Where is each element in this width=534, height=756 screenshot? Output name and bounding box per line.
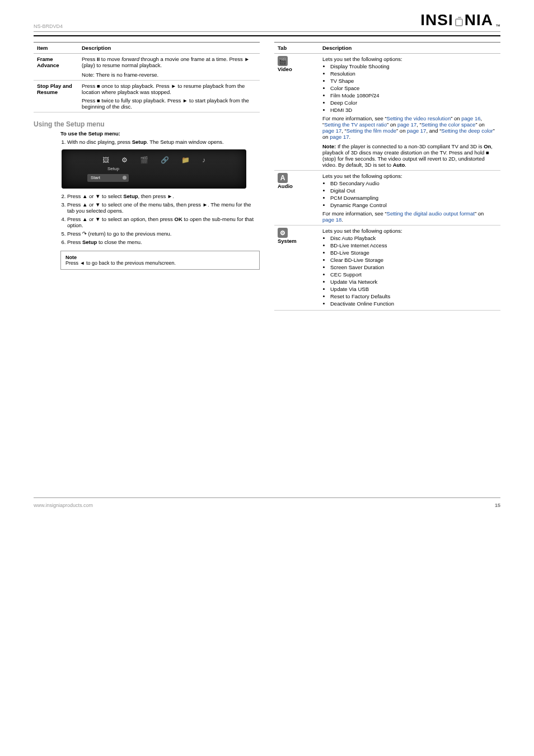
list-item: Deactivate Online Function bbox=[330, 300, 497, 307]
cell-desc: Press II to move forward through a movie… bbox=[78, 54, 260, 81]
frame-advance-note: Note: There is no frame-reverse. bbox=[82, 72, 256, 78]
note-box: Note Press to go back to the previous me… bbox=[60, 251, 260, 270]
list-item: TV Shape bbox=[330, 78, 497, 84]
list-item: Dynamic Range Control bbox=[330, 202, 497, 208]
table-row-stop-resume: Stop Play and Resume Press once to stop … bbox=[34, 81, 260, 112]
list-item: Screen Saver Duration bbox=[330, 264, 497, 270]
section-heading-setup: Using the Setup menu bbox=[34, 120, 260, 128]
table-row-frame-advance: Frame Advance Press II to move forward t… bbox=[34, 54, 260, 81]
table-row-audio: Audio Lets you set the following options… bbox=[274, 171, 500, 226]
list-item: Display Trouble Shooting bbox=[330, 63, 497, 69]
page-footer: www.insigniaproducts.com 15 bbox=[34, 497, 500, 508]
return-icon: ↶ bbox=[82, 231, 87, 237]
osd-icon-row: 🖼 ⚙︎ 🎬 🔗 📁 ♪ bbox=[62, 156, 246, 164]
audio-tab-icon bbox=[278, 173, 288, 183]
tab-cell-video: Video bbox=[274, 54, 319, 171]
system-options-list: Disc Auto Playback BD-Live Internet Acce… bbox=[330, 235, 497, 307]
right-arrow-icon bbox=[167, 193, 172, 199]
list-item: HDMI 3D bbox=[330, 107, 497, 113]
osd-note-icon: ♪ bbox=[202, 156, 205, 164]
setup-steps-cont: Press or to select Setup, then press . P… bbox=[67, 193, 260, 245]
step-6: Press Setup to close the menu. bbox=[67, 239, 260, 245]
list-item: Digital Out bbox=[330, 187, 497, 194]
osd-folder-icon: 📁 bbox=[181, 156, 190, 164]
brand-nia: NIA bbox=[465, 11, 493, 29]
osd-thumb-icon: 🖼 bbox=[102, 156, 109, 164]
list-item: Reset to Factory Defaults bbox=[330, 293, 497, 299]
list-item: BD Secondary Audio bbox=[330, 180, 497, 186]
list-item: Deep Color bbox=[330, 100, 497, 106]
osd-start-dot-icon bbox=[123, 176, 127, 180]
list-item: PCM Downsampling bbox=[330, 195, 497, 201]
list-item: CEC Support bbox=[330, 271, 497, 278]
up-arrow-icon bbox=[82, 216, 87, 222]
osd-start-button: Start bbox=[87, 174, 129, 182]
system-tab-icon bbox=[278, 228, 288, 238]
table-header-row: Tab Description bbox=[274, 43, 500, 54]
tab-cell-audio: Audio bbox=[274, 171, 319, 226]
step-4: Press or to select an option, then press… bbox=[67, 216, 260, 228]
product-code: NS-BRDVD4 bbox=[34, 24, 420, 29]
audio-options-list: BD Secondary Audio Digital Out PCM Downs… bbox=[330, 180, 497, 208]
osd-movie-icon: 🎬 bbox=[140, 156, 148, 164]
cell-item: Frame Advance bbox=[34, 54, 78, 81]
stop-icon bbox=[486, 149, 489, 156]
osd-setup-icon: ⚙︎ bbox=[121, 156, 128, 164]
list-item: Resolution bbox=[330, 71, 497, 77]
brand-insi: INSI bbox=[420, 11, 453, 29]
brand-mark-icon bbox=[455, 18, 463, 26]
table-row-system: System Lets you set the following option… bbox=[274, 226, 500, 311]
list-item: Color Space bbox=[330, 85, 497, 91]
desc-cell-system: Lets you set the following options: Disc… bbox=[319, 226, 500, 311]
left-column: Item Description Frame Advance Press II … bbox=[34, 42, 260, 318]
osd-screenshot: 🖼 ⚙︎ 🎬 🔗 📁 ♪ Setup Start bbox=[62, 149, 246, 189]
list-item: Update Via USB bbox=[330, 286, 497, 292]
table-row-video: Video Lets you set the following options… bbox=[274, 54, 500, 171]
right-column: Tab Description Video Lets you set the f… bbox=[274, 42, 500, 318]
page-number: 15 bbox=[495, 503, 500, 508]
cell-desc: Press once to stop playback. Press ► to … bbox=[78, 81, 260, 112]
header-rule bbox=[34, 35, 500, 36]
osd-setup-label: Setup bbox=[107, 166, 119, 171]
tab-cell-system: System bbox=[274, 226, 319, 311]
th-tab: Tab bbox=[274, 43, 319, 54]
tabs-table: Tab Description Video Lets you set the f… bbox=[274, 42, 500, 311]
up-arrow-icon bbox=[82, 193, 87, 199]
step-5: Press ↶ (return) to go to the previous m… bbox=[67, 231, 260, 237]
list-item: BD-Live Storage bbox=[330, 250, 497, 256]
setup-steps: With no disc playing, press Setup. The S… bbox=[67, 139, 260, 145]
list-item: Clear BD-Live Storage bbox=[330, 257, 497, 263]
desc-cell-audio: Lets you set the following options: BD S… bbox=[319, 171, 500, 226]
header: NS-BRDVD4 INSI NIA ™ bbox=[34, 11, 500, 32]
up-arrow-icon bbox=[82, 201, 87, 208]
list-item: BD-Live Internet Access bbox=[330, 242, 497, 248]
list-item: Disc Auto Playback bbox=[330, 235, 497, 241]
footer-url: www.insigniaproducts.com bbox=[34, 503, 93, 508]
list-item: Update Via Network bbox=[330, 279, 497, 285]
th-description: Description bbox=[319, 43, 500, 54]
table-header-row: Item Description bbox=[34, 43, 260, 54]
brand-tm: ™ bbox=[495, 24, 500, 29]
video-tab-icon bbox=[278, 56, 288, 66]
video-options-list: Display Trouble Shooting Resolution TV S… bbox=[330, 63, 497, 113]
playback-controls-table: Item Description Frame Advance Press II … bbox=[34, 42, 260, 112]
list-item: Film Mode 1080P/24 bbox=[330, 92, 497, 98]
right-arrow-icon bbox=[203, 201, 208, 208]
th-item: Item bbox=[34, 43, 78, 54]
step-2: Press or to select Setup, then press . bbox=[67, 193, 260, 199]
brand-logo: INSI NIA ™ bbox=[420, 11, 500, 29]
th-description: Description bbox=[78, 43, 260, 54]
osd-link-icon: 🔗 bbox=[161, 156, 169, 164]
cell-item: Stop Play and Resume bbox=[34, 81, 78, 112]
step-1: With no disc playing, press Setup. The S… bbox=[67, 139, 260, 145]
desc-cell-video: Lets you set the following options: Disp… bbox=[319, 54, 500, 171]
step-3: Press or to select one of the menu tabs,… bbox=[67, 201, 260, 214]
setup-subhead: To use the Setup menu: bbox=[60, 130, 120, 137]
note-label: Note bbox=[65, 255, 77, 260]
